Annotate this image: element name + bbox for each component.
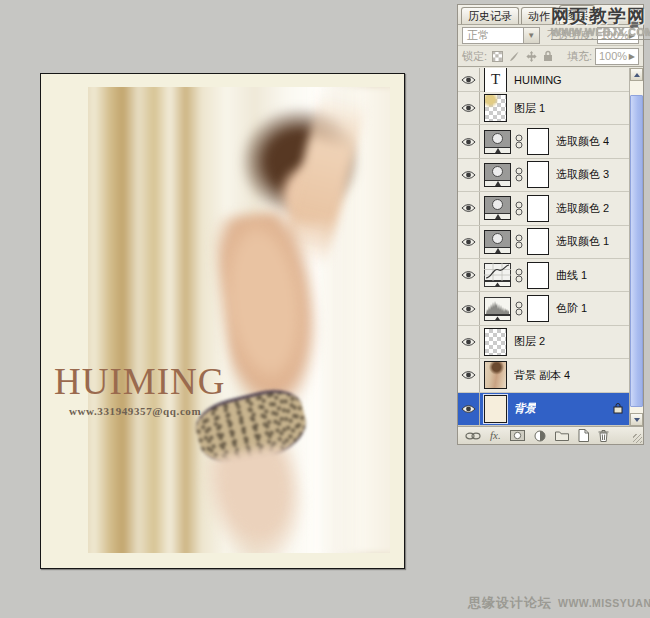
background-layer-thumbnail[interactable] [484,395,507,423]
resize-grip[interactable] [633,434,642,443]
layer-style-icon[interactable]: fx. [490,430,501,441]
layer-mask-thumbnail[interactable] [527,161,549,188]
layer-thumbnail[interactable] [484,328,507,356]
layer-mask-thumbnail[interactable] [527,262,549,289]
eye-icon [461,370,476,380]
document-canvas[interactable]: HUIMING www.331949357@qq.com [40,73,405,569]
layer-row[interactable]: THUIMING [458,68,629,92]
layer-row[interactable]: 曲线 1 [458,259,629,292]
panel-footer: fx. [458,426,643,444]
link-icon[interactable] [465,431,481,441]
watermark-top: 网页教学网 www.webjx.com [551,7,650,40]
layer-row-body: 背景 [480,393,629,425]
layer-name: 图层 2 [514,334,545,349]
selective-color-thumbnail[interactable] [484,130,511,154]
eye-icon [461,337,476,347]
lock-all-icon[interactable] [543,50,553,62]
layer-name: HUIMING [514,74,562,86]
brush-lock-icon[interactable] [509,51,520,62]
photo-layer-thumbnail[interactable] [484,361,507,389]
lock-icon [613,402,623,414]
workspace: HUIMING www.331949357@qq.com 历史记录 动作 图层 … [0,0,650,618]
scroll-up-icon[interactable] [630,68,643,81]
layer-row-body: 选取颜色 1 [480,226,629,258]
move-lock-icon[interactable] [526,51,537,62]
layer-name: 选取颜色 4 [556,134,609,149]
layer-mask-thumbnail[interactable] [527,295,549,322]
mask-link-icon [515,268,523,283]
layer-mask-thumbnail[interactable] [527,128,549,155]
lock-icons [492,50,553,62]
brand-text: HUIMING [54,363,225,400]
visibility-toggle[interactable] [458,292,480,324]
lock-label: 锁定: [462,49,487,64]
layer-row-body: 背景 副本 4 [480,359,629,391]
layer-row-body: 色阶 1 [480,292,629,324]
layer-thumbnail[interactable] [484,94,507,122]
layer-name: 图层 1 [514,101,545,116]
layer-row[interactable]: 选取颜色 1 [458,226,629,259]
visibility-toggle[interactable] [458,159,480,191]
adjustment-circle [492,133,503,144]
scrollbar-thumb[interactable] [630,95,643,407]
layer-row-body: THUIMING [480,68,629,91]
layer-row[interactable]: 选取颜色 3 [458,159,629,192]
visibility-toggle[interactable] [458,359,480,391]
visibility-toggle[interactable] [458,125,480,157]
layer-row-body: 选取颜色 4 [480,125,629,157]
visibility-toggle[interactable] [458,92,480,124]
visibility-toggle[interactable] [458,393,480,425]
new-layer-icon[interactable] [578,429,589,442]
visibility-toggle[interactable] [458,326,480,358]
eye-icon [461,203,476,213]
selective-color-thumbnail[interactable] [484,196,511,220]
visibility-toggle[interactable] [458,68,480,91]
layer-row[interactable]: 图层 1 [458,92,629,125]
layer-row[interactable]: 选取颜色 2 [458,192,629,225]
layer-row[interactable]: 选取颜色 4 [458,125,629,158]
selective-color-thumbnail[interactable] [484,230,511,254]
text-layer-thumbnail[interactable]: T [484,68,507,94]
blend-mode-select[interactable]: 正常 ▼ [462,27,540,44]
adjustment-circle [492,166,503,177]
selective-color-thumbnail[interactable] [484,163,511,187]
visibility-toggle[interactable] [458,226,480,258]
layer-mask-thumbnail[interactable] [527,195,549,222]
paint-smudge [485,95,498,108]
layer-name: 曲线 1 [556,268,587,283]
layer-row[interactable]: 背景 副本 4 [458,359,629,392]
tab-history[interactable]: 历史记录 [461,7,519,24]
watermark-top-title: 网页教学网 [551,7,650,25]
layer-row-body: 选取颜色 2 [480,192,629,224]
levels-thumbnail[interactable] [484,297,511,321]
layer-name: 选取颜色 1 [556,234,609,249]
layer-row-body: 图层 1 [480,92,629,124]
layer-row[interactable]: 图层 2 [458,326,629,359]
chevron-down-icon: ▼ [523,28,539,43]
watermark-bottom-url: WWW.MISSYUAN.COM [558,597,650,609]
eye-icon [461,103,476,113]
transparency-lock-icon[interactable] [492,51,503,62]
layer-row-body: 图层 2 [480,326,629,358]
adjustment-circle [492,199,503,210]
layer-mask-thumbnail[interactable] [527,228,549,255]
layer-row-body: 选取颜色 3 [480,159,629,191]
watermark-bottom-site: 思缘设计论坛 [468,595,552,610]
layer-name: 背景 副本 4 [514,368,570,383]
adjustment-slider [485,147,510,153]
delete-layer-icon[interactable] [598,429,609,442]
adjustment-layer-icon[interactable] [534,430,546,442]
layer-lock-icon [613,402,623,416]
visibility-toggle[interactable] [458,192,480,224]
layers-scrollbar[interactable] [629,68,643,426]
layer-row[interactable]: 色阶 1 [458,292,629,325]
scroll-down-icon[interactable] [630,413,643,426]
layer-mask-icon[interactable] [510,430,525,441]
visibility-toggle[interactable] [458,259,480,291]
curves-thumbnail[interactable] [484,263,511,287]
layer-row-body: 曲线 1 [480,259,629,291]
layer-row[interactable]: 背景 [458,393,629,426]
eye-icon [461,237,476,247]
fill-input[interactable]: 100% ▶ [595,48,639,65]
new-group-icon[interactable] [555,430,569,441]
